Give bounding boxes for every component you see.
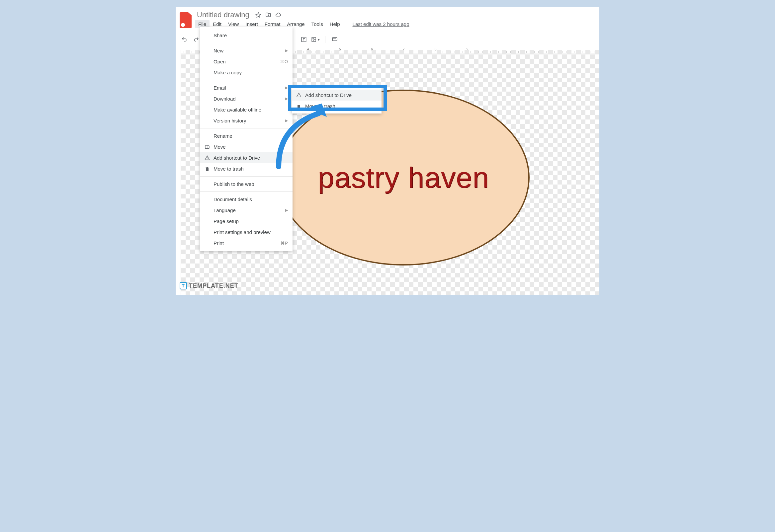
shortcut-label: ⌘P <box>280 241 288 246</box>
document-title[interactable]: Untitled drawing <box>195 10 251 20</box>
cloud-saved-icon[interactable] <box>275 12 281 18</box>
menu-new[interactable]: New▶ <box>200 45 292 56</box>
menu-tools[interactable]: Tools <box>308 20 326 28</box>
menu-print[interactable]: Print⌘P <box>200 238 292 249</box>
menu-make-copy[interactable]: Make a copy <box>200 67 292 78</box>
menu-help[interactable]: Help <box>326 20 343 28</box>
ellipse-text: pastry haven <box>318 161 489 194</box>
trash-icon <box>296 103 302 109</box>
menu-publish[interactable]: Publish to the web <box>200 179 292 190</box>
text-box-button[interactable] <box>299 35 308 44</box>
menu-rename[interactable]: Rename <box>200 130 292 141</box>
menu-email[interactable]: Email▶ <box>200 82 292 93</box>
app-frame: Untitled drawing File Edit View Insert F… <box>175 7 600 295</box>
menu-download[interactable]: Download▶ <box>200 93 292 104</box>
comment-button[interactable] <box>330 35 339 44</box>
submenu-add-shortcut[interactable]: Add shortcut to Drive <box>292 90 381 101</box>
menu-language[interactable]: Language▶ <box>200 205 292 216</box>
drive-shortcut-icon <box>296 92 302 98</box>
menu-trash[interactable]: Move to trash <box>200 163 292 174</box>
folder-move-icon <box>204 144 210 150</box>
star-icon[interactable] <box>255 12 261 18</box>
menu-add-shortcut[interactable]: Add shortcut to Drive <box>200 152 292 163</box>
menu-print-settings[interactable]: Print settings and preview <box>200 227 292 238</box>
move-to-folder-icon[interactable] <box>265 12 271 18</box>
image-button[interactable]: ▼ <box>311 35 320 44</box>
ellipse-shape[interactable]: pastry haven <box>277 90 530 266</box>
redo-button[interactable] <box>192 35 201 44</box>
submenu-trash[interactable]: Move to trash <box>292 101 381 112</box>
file-dropdown: Share New▶ Open⌘O Make a copy Email▶ Dow… <box>200 27 292 251</box>
chevron-right-icon: ▶ <box>285 208 288 212</box>
menu-doc-details[interactable]: Document details <box>200 194 292 205</box>
watermark: T TEMPLATE.NET <box>180 282 238 289</box>
menu-move[interactable]: Move <box>200 141 292 152</box>
drive-shortcut-icon <box>204 155 210 161</box>
watermark-text: TEMPLATE.NET <box>189 282 238 289</box>
submenu: Add shortcut to Drive Move to trash <box>292 88 381 114</box>
last-edit-link[interactable]: Last edit was 2 hours ago <box>349 20 413 28</box>
svg-point-2 <box>313 38 314 39</box>
undo-button[interactable] <box>180 35 189 44</box>
chevron-right-icon: ▶ <box>285 86 288 90</box>
menu-page-setup[interactable]: Page setup <box>200 216 292 227</box>
drawings-app-icon[interactable] <box>180 12 192 28</box>
template-logo-icon: T <box>180 282 187 289</box>
menu-offline[interactable]: Make available offline <box>200 104 292 115</box>
menu-version-history[interactable]: Version history▶ <box>200 115 292 126</box>
chevron-right-icon: ▶ <box>285 97 288 101</box>
chevron-right-icon: ▶ <box>285 118 288 123</box>
shortcut-label: ⌘O <box>280 59 288 64</box>
menu-open[interactable]: Open⌘O <box>200 56 292 67</box>
chevron-right-icon: ▶ <box>285 48 288 53</box>
trash-icon <box>204 166 210 172</box>
vertical-ruler <box>176 50 181 295</box>
menu-share[interactable]: Share <box>200 30 292 41</box>
